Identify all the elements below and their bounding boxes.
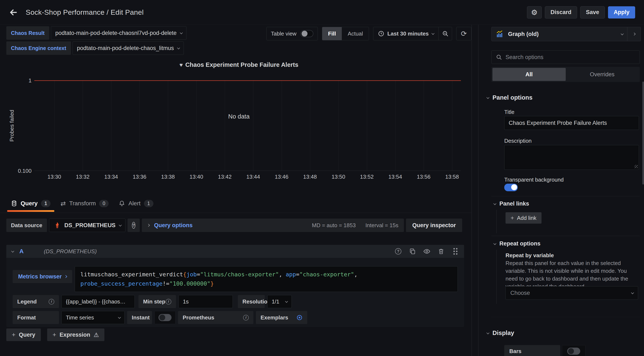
panel-options-header[interactable]: Panel options [486, 94, 532, 101]
chevron-down-icon [486, 96, 489, 99]
visualization-name: Graph (old) [508, 31, 538, 37]
promql-token-plain: litmuschaos_experiment_verdict [80, 271, 183, 278]
instant-toggle-cell [154, 311, 176, 324]
query-options-toggle[interactable]: Query options MD = auto = 1853 Interval … [142, 218, 404, 232]
collapse-query-icon[interactable] [11, 250, 14, 253]
instant-toggle[interactable] [158, 314, 172, 321]
title-field-label: Title [504, 109, 514, 115]
apply-button[interactable]: Apply [608, 6, 635, 18]
chevron-down-icon [493, 242, 496, 245]
chevron-down-icon [285, 300, 288, 303]
time-range-button[interactable]: Last 30 minutes [373, 30, 438, 37]
description-field-label: Description [504, 138, 532, 144]
discard-button[interactable]: Discard [545, 6, 577, 18]
x-axis-tick-label: 13:58 [445, 174, 459, 180]
transparent-background-toggle[interactable] [504, 184, 518, 191]
min-step-label-text: Min step [143, 298, 165, 305]
help-icon: ? [132, 222, 135, 229]
datasource-help-button[interactable]: ? [128, 218, 140, 232]
metrics-browser-button[interactable]: Metrics browser [13, 270, 72, 283]
grafana-edit-panel-screen: Sock-Shop Performance / Edit Panel ⚙ Dis… [0, 0, 644, 356]
variable-dropdown-chaos-result[interactable]: podtato-main-pod-delete-chaosnl7vd-pod-d… [51, 26, 186, 40]
chart-gridline [310, 80, 310, 171]
query-editor-card: A (DS_PROMETHEUS) ? [6, 245, 464, 327]
options-search-input[interactable] [506, 54, 635, 60]
duplicate-query-button[interactable] [409, 248, 416, 255]
display-section-header[interactable]: Display [486, 330, 514, 337]
tab-alert[interactable]: Alert 1 [119, 196, 153, 210]
min-step-input[interactable]: 1s [178, 295, 233, 308]
tab-transform[interactable]: ⇄ Transform 0 [60, 196, 108, 210]
panel-title-input[interactable] [504, 116, 639, 130]
chart-panel-title: ♥Chaos Experiment Probe Failure Alerts [6, 61, 472, 68]
disable-query-button[interactable] [423, 248, 430, 255]
repeat-variable-select[interactable]: Choose [506, 286, 638, 300]
x-axis-tick-label: 13:36 [132, 174, 146, 180]
filter-tab-all[interactable]: All [492, 68, 566, 81]
variable-label-chaos-engine-context: Chaos Engine context [6, 41, 71, 55]
actual-option[interactable]: Actual [342, 27, 369, 40]
add-query-button[interactable]: + Query [6, 329, 41, 341]
zoom-out-button[interactable] [438, 27, 452, 40]
display-header-text: Display [492, 330, 514, 337]
refresh-icon: ⟳ [461, 29, 467, 38]
resolution-select[interactable]: 1/1 [267, 295, 292, 308]
resolution-value: 1/1 [272, 298, 279, 305]
chevron-down-icon [486, 331, 489, 334]
table-view-label: Table view [271, 30, 296, 37]
x-axis-tick-label: 13:56 [417, 174, 430, 180]
add-link-button[interactable]: + Add link [506, 212, 542, 224]
query-help-button[interactable]: ? [394, 248, 402, 255]
add-expression-button[interactable]: + Expression ⚠ [47, 329, 104, 341]
promql-expression-input[interactable]: litmuschaos_experiment_verdict{job="litm… [75, 266, 458, 292]
format-select[interactable]: Time series [62, 311, 124, 324]
remove-query-button[interactable] [438, 248, 445, 255]
panel-links-header-text: Panel links [500, 200, 529, 207]
promql-token-string: "chaos-exporter" [300, 271, 354, 278]
back-button[interactable] [7, 6, 20, 19]
exemplars-icon[interactable] [296, 314, 303, 321]
query-row-header[interactable]: A (DS_PROMETHEUS) ? [6, 245, 464, 258]
query-inspector-button[interactable]: Query inspector [406, 218, 462, 232]
info-icon: i [166, 299, 171, 305]
variable-row: Chaos Result podtato-main-pod-delete-cha… [6, 26, 186, 40]
tab-query[interactable]: Query 1 [11, 196, 50, 210]
repeat-options-header[interactable]: Repeat options [494, 240, 540, 247]
format-field-label: Format [13, 311, 59, 324]
x-axis-tick-label: 13:46 [275, 174, 288, 180]
chevron-down-icon [621, 32, 624, 35]
filter-tab-overrides[interactable]: Overrides [566, 68, 639, 81]
zoom-out-icon [442, 30, 449, 37]
promql-token-brace: } [210, 280, 214, 287]
save-button[interactable]: Save [580, 6, 605, 18]
visualization-picker-main[interactable]: Graph (old) [492, 30, 627, 38]
bars-toggle[interactable] [567, 348, 580, 355]
variable-dropdown-chaos-engine-context[interactable]: podtato-main-pod-delete-chaos_litmus [72, 41, 184, 55]
query-editor-body: Metrics browser litmuschaos_experiment_v… [6, 258, 464, 327]
panel-description-input[interactable] [504, 145, 639, 170]
datasource-picker[interactable]: DS_PROMETHEUS [49, 218, 126, 232]
max-datapoints-info: MD = auto = 1853 [312, 222, 356, 229]
panel-settings-button[interactable]: ⚙ [527, 6, 542, 18]
visualization-picker[interactable]: Graph (old) [492, 27, 641, 41]
options-scrollbar-thumb[interactable] [642, 82, 644, 184]
search-icon [496, 54, 502, 60]
plot-area[interactable]: 13:3013:3213:3413:3613:3813:4013:4213:44… [34, 80, 461, 171]
legend-format-input[interactable]: {{app_label}} - {{chaos… [62, 295, 135, 308]
collapse-options-button[interactable] [627, 27, 641, 41]
table-view-toggle[interactable] [300, 30, 313, 37]
add-link-label: Add link [517, 215, 536, 221]
variable-value: podtato-main-pod-delete-chaos_litmus [77, 45, 174, 51]
heart-icon: ♥ [179, 62, 183, 68]
drag-query-handle[interactable] [452, 248, 459, 255]
trash-icon [438, 248, 444, 254]
prometheus-label-text: Prometheus [183, 314, 214, 321]
legend-label-text: Legend [17, 298, 36, 305]
refresh-button[interactable]: ⟳ [456, 27, 472, 40]
promql-token-op: , [354, 271, 358, 278]
datasource-row: Data source DS_PROMETHEUS ? Query option… [6, 218, 462, 232]
panel-links-header[interactable]: Panel links [494, 200, 529, 207]
textarea-resize-handle[interactable] [634, 165, 638, 168]
fill-option[interactable]: Fill [322, 27, 342, 40]
x-axis-tick-label: 13:34 [104, 174, 118, 180]
